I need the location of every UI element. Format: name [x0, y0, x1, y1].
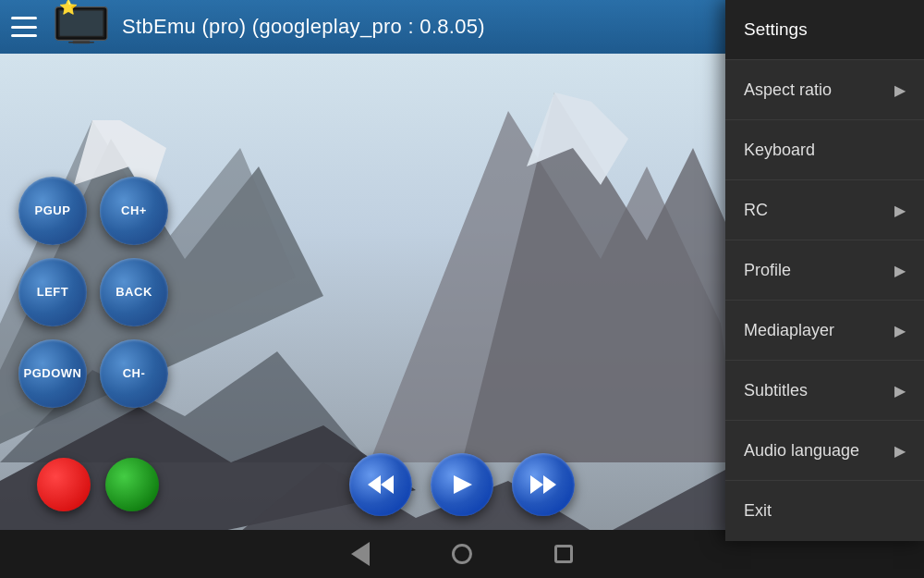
menu-item-profile[interactable]: Profile ▶ [725, 240, 924, 301]
tv-icon-container: ⭐ [52, 6, 111, 48]
ch-plus-button[interactable]: CH+ [100, 177, 168, 245]
menu-item-rc[interactable]: RC ▶ [725, 180, 924, 240]
rc-arrow: ▶ [894, 202, 906, 219]
menu-item-settings[interactable]: Settings [725, 0, 924, 60]
btn-row-3: PGDOWN CH- [18, 339, 185, 408]
profile-arrow: ▶ [894, 262, 906, 279]
svg-rect-13 [68, 42, 94, 43]
keyboard-label: Keyboard [744, 141, 815, 160]
aspect-ratio-label: Aspect ratio [744, 80, 832, 100]
mediaplayer-arrow: ▶ [894, 322, 906, 339]
left-color-buttons [37, 458, 159, 511]
rc-label: RC [744, 201, 768, 220]
profile-label: Profile [744, 261, 791, 280]
nav-back-button[interactable] [346, 540, 374, 568]
svg-marker-15 [368, 475, 381, 494]
svg-marker-16 [381, 475, 394, 494]
pgup-button[interactable]: PGUP [18, 177, 87, 245]
play-button[interactable] [431, 453, 493, 516]
audio-language-label: Audio language [744, 441, 859, 461]
mediaplayer-label: Mediaplayer [744, 321, 834, 340]
menu-item-audio-language[interactable]: Audio language ▶ [725, 421, 924, 481]
star-badge: ⭐ [59, 0, 78, 16]
red-button[interactable] [37, 458, 91, 511]
svg-marker-18 [530, 475, 543, 494]
menu-item-exit[interactable]: Exit [725, 481, 924, 541]
btn-row-2: LEFT BACK [18, 258, 185, 326]
menu-item-subtitles[interactable]: Subtitles ▶ [725, 361, 924, 421]
nav-home-button[interactable] [448, 540, 476, 568]
subtitles-label: Subtitles [744, 381, 808, 400]
audio-language-arrow: ▶ [894, 442, 906, 460]
back-icon [351, 542, 370, 566]
center-playback-buttons [349, 453, 575, 516]
aspect-ratio-arrow: ▶ [894, 81, 906, 99]
ch-minus-button[interactable]: CH- [100, 339, 168, 408]
btn-row-1: PGUP CH+ [18, 177, 185, 245]
settings-label: Settings [744, 19, 808, 40]
fast-forward-button[interactable] [512, 453, 575, 516]
subtitles-arrow: ▶ [894, 382, 906, 400]
home-icon [452, 544, 472, 564]
app-title: StbEmu (pro) (googleplay_pro : 0.8.05) [122, 15, 485, 39]
rewind-button[interactable] [349, 453, 412, 516]
menu-item-aspect-ratio[interactable]: Aspect ratio ▶ [725, 60, 924, 120]
menu-item-keyboard[interactable]: Keyboard [725, 120, 924, 180]
svg-marker-19 [543, 475, 556, 494]
recents-icon [554, 545, 573, 563]
nav-recents-button[interactable] [550, 540, 578, 568]
pgdown-button[interactable]: PGDOWN [18, 339, 87, 408]
green-button[interactable] [105, 458, 159, 511]
menu-icon[interactable] [11, 17, 37, 37]
svg-marker-17 [454, 475, 472, 494]
dropdown-menu: Settings Aspect ratio ▶ Keyboard RC ▶ Pr… [725, 0, 924, 541]
back-button[interactable]: BACK [100, 258, 168, 326]
exit-label: Exit [744, 501, 772, 521]
menu-item-mediaplayer[interactable]: Mediaplayer ▶ [725, 301, 924, 361]
left-button[interactable]: LEFT [18, 258, 87, 326]
